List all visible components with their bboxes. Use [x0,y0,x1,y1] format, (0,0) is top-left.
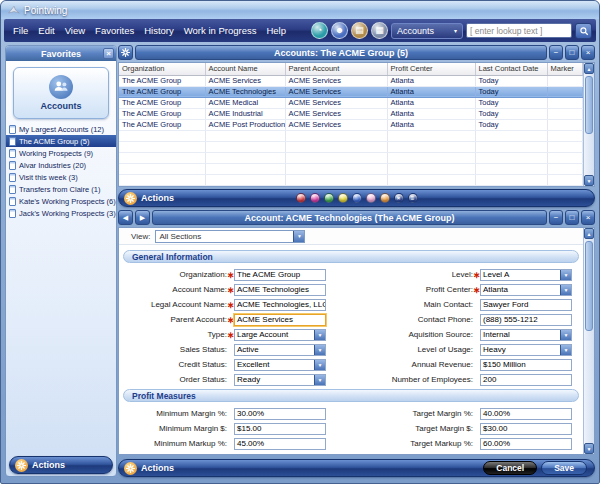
list-actions-bar[interactable]: Actions ×≡ [118,189,595,207]
field-label: Legal Account Name: [123,300,227,309]
marker-dot[interactable]: ≡ [408,193,418,203]
sidebar-item-the-acme-group-5[interactable]: The ACME Group (5) [6,135,116,147]
list-settings-button[interactable] [118,45,133,60]
field-level[interactable]: Level A▼ [480,269,572,281]
lookup-input[interactable] [466,23,572,38]
menu-item-work-in-progress[interactable]: Work in Progress [179,22,262,39]
menu-item-help[interactable]: Help [261,22,291,39]
close-icon[interactable]: × [103,48,114,59]
field-organization[interactable]: The ACME Group [234,269,326,281]
field-level-of-usage[interactable]: Heavy▼ [480,344,572,356]
accounts-scope-select[interactable]: Accounts ▾ [391,23,463,39]
menu-item-favorites[interactable]: Favorites [90,22,139,39]
field-target-margin[interactable]: $30.00 [480,423,572,435]
empty-cell [387,185,475,187]
field-label: Annual Revenue: [351,360,473,369]
field-target-margin[interactable]: 40.00% [480,408,572,420]
back-icon[interactable]: ◀ [118,210,133,225]
column-header-profit-center[interactable]: Profit Center [387,63,475,75]
detail-actions-bar[interactable]: Actions Cancel Save [118,459,595,477]
table-row[interactable]: The ACME GroupACME Post ProductionsACME … [119,119,583,130]
table-row[interactable]: The ACME GroupACME IndustrialACME Servic… [119,108,583,119]
field-sales-status[interactable]: Active▼ [234,344,326,356]
sidebar-actions-bar[interactable]: Actions [9,456,113,474]
marker-dot[interactable] [380,193,390,203]
table-row[interactable]: The ACME GroupACME TechnologiesACME Serv… [119,86,583,97]
scrollbar-thumb[interactable] [585,241,593,331]
list-scrollbar[interactable]: ▲ ▼ [583,63,594,186]
field-minimum-margin[interactable]: 30.00% [234,408,326,420]
marker-dot[interactable] [324,193,334,203]
scroll-down-icon[interactable]: ▼ [584,175,594,186]
field-type[interactable]: Large Account▼ [234,329,326,341]
sidebar-group-accounts[interactable]: Accounts [13,67,109,119]
marker-dot[interactable]: × [394,193,404,203]
column-header-marker[interactable]: Marker [547,63,583,75]
menu-item-history[interactable]: History [139,22,179,39]
column-header-last-contact-date[interactable]: Last Contact Date [475,63,547,75]
menu-item-edit[interactable]: Edit [33,22,59,39]
field-number-of-employees[interactable]: 200 [480,374,572,386]
sidebar-item-kate-s-working-prospects-6[interactable]: Kate's Working Prospects (6) [6,195,116,207]
required-asterisk: ∗ [227,315,234,325]
maximize-icon[interactable]: □ [565,45,579,60]
calculator-icon[interactable]: ▦ [371,22,388,39]
field-value: ACME Technologies, LLC. [237,300,326,309]
contacts-icon[interactable]: ☻ [331,22,348,39]
close-icon[interactable]: × [581,210,595,225]
search-button[interactable] [575,23,592,39]
save-button[interactable]: Save [541,461,587,475]
minimize-icon[interactable]: − [549,210,563,225]
scroll-up-icon[interactable]: ▲ [584,228,594,239]
sidebar-item-working-prospects-9[interactable]: Working Prospects (9) [6,147,116,159]
field-minimum-markup[interactable]: 45.00% [234,438,326,450]
field-profit-center[interactable]: Atlanta▼ [480,284,572,296]
forward-icon[interactable]: ▶ [135,210,150,225]
field-annual-revenue[interactable]: $150 Million [480,359,572,371]
cancel-button[interactable]: Cancel [483,461,537,475]
field-target-markup[interactable]: 60.00% [480,438,572,450]
field-contact-phone[interactable]: (888) 555-1212 [480,314,572,326]
sidebar-item-transfers-from-claire-1[interactable]: Transfers from Claire (1) [6,183,116,195]
field-legal-account-name[interactable]: ACME Technologies, LLC. [234,299,326,311]
marker-dot[interactable] [366,193,376,203]
field-parent-account[interactable]: ACME Services [234,314,326,326]
field-credit-status[interactable]: Excellent▼ [234,359,326,371]
view-select[interactable]: All Sections ▼ [155,230,305,243]
table-row[interactable]: The ACME GroupACME MedicalACME ServicesA… [119,97,583,108]
accounts-group-label: Accounts [40,101,81,111]
marker-dot[interactable] [310,193,320,203]
marker-dot[interactable] [352,193,362,203]
table-cell [547,119,583,130]
scroll-up-icon[interactable]: ▲ [584,63,594,74]
maximize-icon[interactable]: □ [565,210,579,225]
marker-dot[interactable] [338,193,348,203]
scroll-down-icon[interactable]: ▼ [584,443,594,454]
menu-item-view[interactable]: View [60,22,90,39]
scrollbar-thumb[interactable] [585,76,593,134]
marker-dot[interactable] [296,193,306,203]
minimize-icon[interactable]: − [549,45,563,60]
table-row[interactable]: The ACME GroupACME ServicesACME Services… [119,75,583,86]
clock-icon[interactable]: ◔ [311,22,328,39]
close-icon[interactable]: × [581,45,595,60]
sidebar-item-jack-s-working-prospects-3[interactable]: Jack's Working Prospects (3) [6,207,116,219]
field-account-name[interactable]: ACME Technologies [234,284,326,296]
field-minimum-margin[interactable]: $15.00 [234,423,326,435]
title-bar[interactable]: Pointwing [1,1,599,19]
sidebar-item-visit-this-week-3[interactable]: Visit this week (3) [6,171,116,183]
menu-item-file[interactable]: File [8,22,33,39]
chevron-down-icon: ▼ [314,375,325,385]
chevron-down-icon: ▼ [314,345,325,355]
detail-scrollbar[interactable]: ▲ ▼ [583,228,594,454]
library-icon[interactable]: ▤ [351,22,368,39]
sidebar-item-alvar-industries-20[interactable]: Alvar Industries (20) [6,159,116,171]
column-header-account-name[interactable]: Account Name [205,63,285,75]
sidebar-item-my-largest-accounts-12[interactable]: My Largest Accounts (12) [6,123,116,135]
column-header-organization[interactable]: Organization [119,63,205,75]
sidebar-item-label: Working Prospects (9) [19,149,93,158]
field-order-status[interactable]: Ready▼ [234,374,326,386]
column-header-parent-account[interactable]: Parent Account [285,63,387,75]
field-main-contact[interactable]: Sawyer Ford [480,299,572,311]
field-aquisition-source[interactable]: Internal▼ [480,329,572,341]
